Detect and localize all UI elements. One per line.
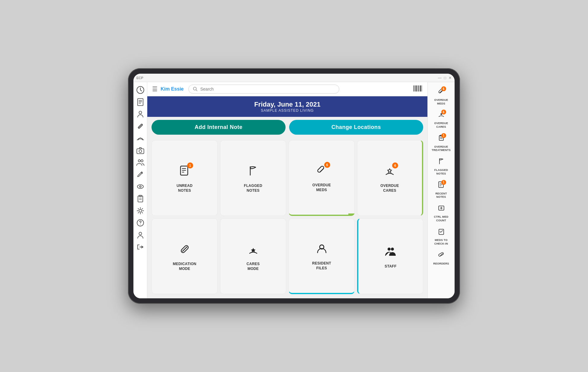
grid-cell-medication-mode[interactable]: MEDICATIONMODE <box>152 218 218 294</box>
nav-question-icon[interactable] <box>135 217 146 228</box>
user-name: Kim Essie <box>161 86 184 92</box>
cares-mode-label: CARESMODE <box>247 262 260 271</box>
overdue-meds-label: OVERDUEMEDS <box>312 183 331 192</box>
svg-point-45 <box>388 248 391 251</box>
window-controls: — □ ✕ <box>438 76 452 80</box>
close-btn[interactable]: ✕ <box>449 76 452 80</box>
grid-cell-flagged-notes[interactable]: FLAGGEDNOTES <box>220 140 286 216</box>
sidebar-ctrl-med-count[interactable]: CTRL MEDCOUNT <box>429 201 454 224</box>
sidebar-ctrl-med-count-label: CTRL MEDCOUNT <box>434 215 449 222</box>
flagged-notes-label: FLAGGEDNOTES <box>244 184 262 193</box>
sidebar-overdue-treatments[interactable]: 1 OVERDUETREATMENTS <box>429 131 454 154</box>
search-input[interactable] <box>200 87 335 91</box>
nav-user-icon[interactable] <box>135 229 146 240</box>
svg-rect-27 <box>415 85 415 91</box>
change-locations-button[interactable]: Change Locations <box>289 120 423 135</box>
sidebar-overdue-cares[interactable]: 6 OVERDUECARES <box>429 108 454 130</box>
overdue-cares-label: OVERDUECARES <box>380 184 399 193</box>
nav-eye-icon[interactable] <box>135 181 146 192</box>
nav-person-icon[interactable] <box>135 109 146 120</box>
unread-notes-label: UNREADNOTES <box>177 184 193 193</box>
sidebar-reorders-label: REORDERS <box>433 262 449 266</box>
svg-point-22 <box>139 232 142 235</box>
nav-pencil-icon[interactable] <box>135 169 146 180</box>
sidebar-flagged-notes[interactable]: FLAGGEDNOTES <box>429 155 454 177</box>
sidebar-overdue-meds-icon: 6 <box>437 87 446 97</box>
sidebar-flagged-notes-icon <box>437 157 446 167</box>
svg-rect-1 <box>138 98 143 105</box>
hamburger-button[interactable]: ☰ <box>152 85 158 93</box>
left-nav <box>133 82 147 298</box>
svg-point-21 <box>140 224 141 225</box>
svg-rect-30 <box>418 85 419 91</box>
dashboard-facility: SAMPLE ASSISTED LIVING <box>152 108 423 113</box>
barcode-icon[interactable] <box>413 85 423 94</box>
sidebar-overdue-treatments-icon: 1 <box>437 134 446 144</box>
overdue-cares-badge: 6 <box>392 162 398 168</box>
grid-cell-cares-mode[interactable]: CARESMODE <box>220 218 286 294</box>
svg-rect-15 <box>138 196 142 202</box>
grid-cell-unread-notes[interactable]: 1 UNREADNOTES <box>152 140 218 216</box>
svg-point-19 <box>139 210 142 212</box>
sidebar-flagged-notes-label: FLAGGEDNOTES <box>434 168 448 175</box>
grid-cell-overdue-meds[interactable]: 6 OVERDUEMEDS <box>289 140 355 216</box>
svg-point-14 <box>139 186 141 187</box>
staff-label: STAFF <box>385 264 396 269</box>
nav-care-icon[interactable] <box>135 133 146 144</box>
tablet-frame: ECP — □ ✕ <box>128 68 460 304</box>
sidebar-overdue-meds-label: OVERDUEMEDS <box>434 98 448 105</box>
svg-line-42 <box>182 247 187 252</box>
svg-line-25 <box>196 90 197 91</box>
svg-rect-33 <box>422 85 422 91</box>
medication-mode-label: MEDICATIONMODE <box>173 262 196 271</box>
cares-mode-icon <box>247 242 260 259</box>
search-bar[interactable] <box>188 85 339 94</box>
staff-icon <box>384 245 397 261</box>
svg-point-13 <box>137 185 143 189</box>
unread-notes-badge: 1 <box>187 162 193 168</box>
main-content: ☰ Kim Essie <box>147 82 427 298</box>
resident-files-label: RESIDENTFILES <box>312 261 331 271</box>
svg-rect-29 <box>417 85 417 91</box>
nav-document-icon[interactable] <box>135 97 146 107</box>
nav-clipboard-icon[interactable] <box>135 193 146 204</box>
unread-notes-icon: 1 <box>178 164 191 181</box>
search-icon <box>193 87 198 91</box>
svg-rect-26 <box>414 85 414 91</box>
sidebar-recent-notes[interactable]: 1 RECENTNOTES <box>429 178 454 201</box>
sidebar-meds-to-check-in[interactable]: MEDS TOCHECK-IN <box>429 225 454 247</box>
dashboard-header: Friday, June 11, 2021 SAMPLE ASSISTED LI… <box>147 96 427 117</box>
svg-line-40 <box>320 168 324 172</box>
minimize-btn[interactable]: — <box>438 76 442 80</box>
sidebar-recent-notes-label: RECENTNOTES <box>435 192 447 199</box>
resident-files-icon <box>315 242 328 258</box>
sidebar-overdue-cares-badge: 6 <box>441 110 446 114</box>
dashboard-date: Friday, June 11, 2021 <box>152 101 423 108</box>
sidebar-overdue-treatments-badge: 1 <box>441 133 446 138</box>
add-internal-note-button[interactable]: Add Internal Note <box>152 120 286 135</box>
nav-camera-icon[interactable] <box>135 145 146 156</box>
sidebar-overdue-treatments-label: OVERDUETREATMENTS <box>432 145 451 152</box>
action-buttons-row: Add Internal Note Change Locations <box>147 117 427 138</box>
nav-group-icon[interactable] <box>135 157 146 168</box>
hamburger-area: ☰ Kim Essie <box>152 85 184 93</box>
nav-clock-icon[interactable] <box>135 85 146 95</box>
nav-pill-icon[interactable] <box>135 121 146 132</box>
svg-point-9 <box>139 150 142 152</box>
svg-rect-62 <box>438 252 444 257</box>
top-header: ☰ Kim Essie <box>147 82 427 96</box>
sidebar-overdue-meds-badge: 6 <box>441 86 446 91</box>
grid-cell-staff[interactable]: STAFF <box>357 218 423 294</box>
nav-exit-icon[interactable] <box>135 242 146 252</box>
nav-gear-icon[interactable] <box>135 205 146 216</box>
main-grid: 1 UNREADNOTES FLAGGEDNOTES <box>147 138 427 298</box>
app-area: ☰ Kim Essie <box>133 82 455 298</box>
sidebar-overdue-cares-icon: 6 <box>437 110 446 120</box>
right-sidebar: 6 OVERDUEMEDS 6 OVERDUECARES <box>427 82 455 298</box>
sidebar-overdue-meds[interactable]: 6 OVERDUEMEDS <box>429 85 454 107</box>
sidebar-reorders[interactable]: REORDERS <box>429 248 454 268</box>
grid-cell-resident-files[interactable]: RESIDENTFILES <box>289 218 355 294</box>
maximize-btn[interactable]: □ <box>444 76 446 80</box>
app-title: ECP <box>136 76 438 80</box>
grid-cell-overdue-cares[interactable]: 6 OVERDUECARES <box>357 140 423 216</box>
